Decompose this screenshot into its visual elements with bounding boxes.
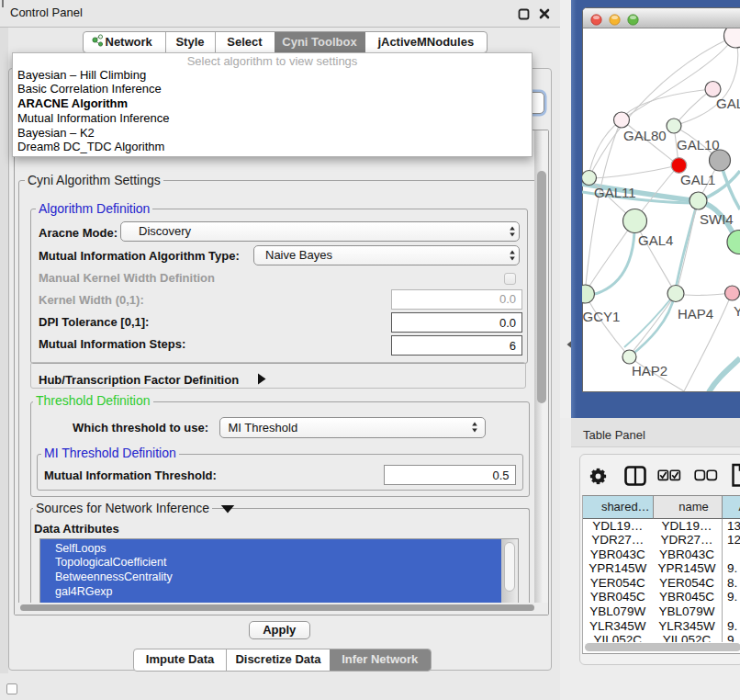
svg-text:YL: YL [734, 303, 740, 319]
svg-text:GAL7: GAL7 [716, 96, 740, 111]
svg-text:GAL80: GAL80 [623, 128, 667, 143]
svg-text:GAL1: GAL1 [680, 172, 715, 187]
svg-text:GAL4: GAL4 [638, 232, 673, 248]
svg-text:SWI4: SWI4 [700, 211, 734, 227]
svg-text:HAP4: HAP4 [678, 306, 713, 322]
svg-text:GAL10: GAL10 [677, 137, 720, 152]
svg-text:GCY1: GCY1 [583, 309, 621, 324]
svg-text:HAP2: HAP2 [632, 363, 667, 378]
svg-text:GAL11: GAL11 [594, 185, 636, 200]
